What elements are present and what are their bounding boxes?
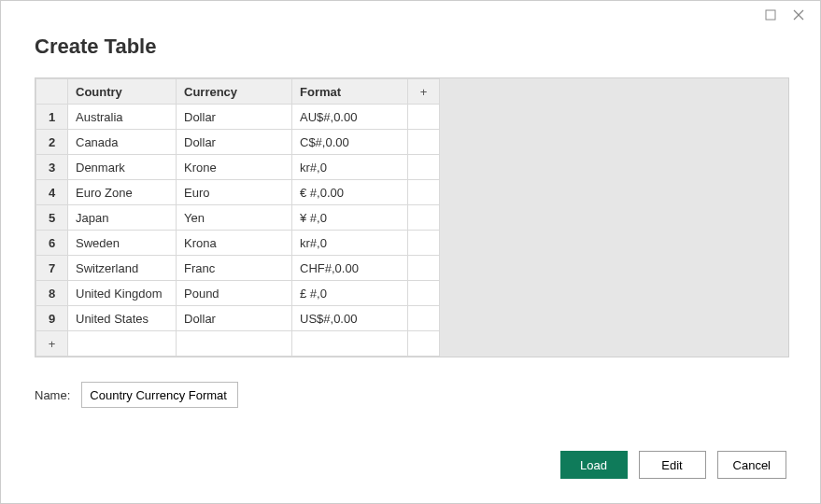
load-button[interactable]: Load: [560, 451, 628, 479]
table-row: 9United StatesDollarUS$#,0.00: [36, 306, 440, 331]
maximize-icon[interactable]: [757, 1, 785, 29]
name-label: Name:: [35, 388, 70, 402]
cell-extra[interactable]: [408, 130, 440, 155]
table-row: 3DenmarkKronekr#,0: [36, 155, 440, 180]
row-number[interactable]: 4: [36, 180, 68, 205]
cell-format[interactable]: AU$#,0.00: [292, 105, 408, 130]
corner-cell: [36, 79, 68, 105]
col-header-currency[interactable]: Currency: [177, 79, 292, 105]
svg-rect-0: [766, 10, 775, 20]
table-row: 6SwedenKronakr#,0: [36, 231, 440, 256]
cell-format[interactable]: US$#,0.00: [292, 306, 408, 331]
cell-country[interactable]: Japan: [68, 205, 177, 231]
cell-extra[interactable]: [408, 105, 440, 130]
cell-empty[interactable]: [177, 331, 292, 357]
dialog-buttons: Load Edit Cancel: [560, 451, 786, 479]
cell-country[interactable]: Canada: [68, 130, 177, 155]
cell-country[interactable]: Australia: [68, 105, 177, 130]
cell-currency[interactable]: Euro: [177, 180, 292, 205]
row-number[interactable]: 8: [36, 281, 68, 306]
table-row: 8United KingdomPound£ #,0: [36, 281, 440, 306]
cell-currency[interactable]: Yen: [177, 205, 292, 231]
row-number[interactable]: 1: [36, 105, 68, 130]
cell-country[interactable]: Euro Zone: [68, 180, 177, 205]
cell-currency[interactable]: Krona: [177, 231, 292, 256]
dialog-title: Create Table: [1, 29, 820, 77]
name-input[interactable]: [81, 382, 238, 408]
cell-currency[interactable]: Krone: [177, 155, 292, 180]
cell-country[interactable]: Switzerland: [68, 256, 177, 281]
cell-format[interactable]: kr#,0: [292, 231, 408, 256]
cell-country[interactable]: United States: [68, 306, 177, 331]
row-number[interactable]: 9: [36, 306, 68, 331]
close-icon[interactable]: [785, 1, 813, 29]
cell-format[interactable]: kr#,0: [292, 155, 408, 180]
window-title-bar: [1, 1, 820, 29]
cell-extra[interactable]: [408, 281, 440, 306]
data-table: Country Currency Format + 1AustraliaDoll…: [35, 78, 440, 357]
cell-extra[interactable]: [408, 155, 440, 180]
table-row: 5JapanYen¥ #,0: [36, 205, 440, 231]
cell-format[interactable]: C$#,0.00: [292, 130, 408, 155]
cell-currency[interactable]: Dollar: [177, 130, 292, 155]
row-number[interactable]: 6: [36, 231, 68, 256]
add-column-button[interactable]: +: [408, 79, 440, 105]
table-row: 1AustraliaDollarAU$#,0.00: [36, 105, 440, 130]
cell-currency[interactable]: Dollar: [177, 306, 292, 331]
cell-extra[interactable]: [408, 180, 440, 205]
cell-format[interactable]: ¥ #,0: [292, 205, 408, 231]
cell-format[interactable]: € #,0.00: [292, 180, 408, 205]
cell-format[interactable]: £ #,0: [292, 281, 408, 306]
add-row[interactable]: +: [36, 331, 440, 357]
col-header-format[interactable]: Format: [292, 79, 408, 105]
table-row: 4Euro ZoneEuro€ #,0.00: [36, 180, 440, 205]
cell-extra[interactable]: [408, 306, 440, 331]
cell-currency[interactable]: Pound: [177, 281, 292, 306]
table-row: 7SwitzerlandFrancCHF#,0.00: [36, 256, 440, 281]
table-area: Country Currency Format + 1AustraliaDoll…: [35, 77, 789, 357]
row-number[interactable]: 3: [36, 155, 68, 180]
add-row-button[interactable]: +: [36, 331, 68, 357]
cancel-button[interactable]: Cancel: [717, 451, 786, 479]
cell-empty[interactable]: [68, 331, 177, 357]
cell-country[interactable]: United Kingdom: [68, 281, 177, 306]
name-row: Name:: [35, 382, 786, 408]
create-table-dialog: Create Table Country Currency Format + 1…: [0, 0, 821, 504]
table-row: 2CanadaDollarC$#,0.00: [36, 130, 440, 155]
row-number[interactable]: 5: [36, 205, 68, 231]
header-row: Country Currency Format +: [36, 79, 440, 105]
cell-currency[interactable]: Dollar: [177, 105, 292, 130]
cell-country[interactable]: Denmark: [68, 155, 177, 180]
cell-format[interactable]: CHF#,0.00: [292, 256, 408, 281]
cell-empty[interactable]: [292, 331, 408, 357]
cell-extra[interactable]: [408, 231, 440, 256]
cell-extra[interactable]: [408, 256, 440, 281]
row-number[interactable]: 7: [36, 256, 68, 281]
col-header-country[interactable]: Country: [68, 79, 177, 105]
cell-country[interactable]: Sweden: [68, 231, 177, 256]
cell-currency[interactable]: Franc: [177, 256, 292, 281]
cell-extra[interactable]: [408, 205, 440, 231]
cell-empty[interactable]: [408, 331, 440, 357]
row-number[interactable]: 2: [36, 130, 68, 155]
edit-button[interactable]: Edit: [639, 451, 706, 479]
